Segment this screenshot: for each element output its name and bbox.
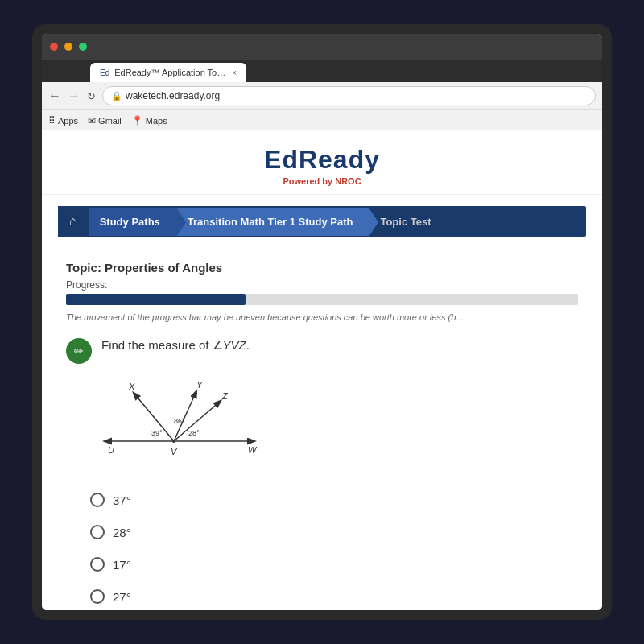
breadcrumb-study-paths[interactable]: Study Paths: [89, 208, 176, 236]
home-icon: ⌂: [69, 214, 77, 229]
browser-tab[interactable]: Ed EdReady™ Application Topic ×: [90, 63, 246, 82]
breadcrumb-transition-math[interactable]: Transition Math Tier 1 Study Path: [176, 208, 369, 236]
question-content: Find the measure of ∠YVZ.: [101, 338, 250, 352]
bookmark-maps-label: Maps: [146, 116, 167, 126]
svg-text:U: U: [108, 445, 114, 455]
answer-choice-3[interactable]: 17°: [90, 557, 578, 572]
question-text: Find the measure of ∠YVZ.: [101, 336, 250, 355]
question-icon: ✏: [66, 338, 92, 364]
reload-button[interactable]: ↻: [87, 90, 96, 102]
nroc-brand: NROC: [335, 176, 361, 186]
answer-choice-2[interactable]: 28°: [90, 525, 578, 539]
svg-text:Y: Y: [196, 380, 203, 390]
breadcrumb-topic-test-label: Topic Test: [380, 216, 431, 228]
breadcrumb-nav: ⌂ Study Paths Transition Math Tier 1 Stu…: [58, 206, 586, 237]
laptop-frame: Ed EdReady™ Application Topic × ← → ↻ 🔒 …: [32, 24, 612, 620]
svg-text:28°: 28°: [188, 429, 200, 437]
radio-1[interactable]: [90, 493, 105, 507]
forward-button[interactable]: →: [68, 89, 80, 103]
breadcrumb-topic-test[interactable]: Topic Test: [369, 208, 447, 236]
svg-text:W: W: [248, 445, 258, 455]
angle-diagram: X Y Z U V W 86° 39° 28°: [101, 377, 262, 481]
url-text: waketech.edready.org: [126, 90, 220, 101]
address-bar-row: ← → ↻ 🔒 waketech.edready.org: [42, 82, 602, 109]
apps-icon: ⠿: [48, 115, 56, 126]
topic-name: Properties of Angles: [105, 261, 222, 275]
topic-label: Topic:: [66, 261, 101, 275]
answer-label-3: 17°: [113, 558, 131, 572]
tab-favicon: Ed: [100, 68, 109, 77]
answer-label-4: 27°: [113, 590, 131, 604]
page-content: EdReady Powered by NROC ⌂ Study Paths Tr…: [42, 130, 602, 610]
main-content: Topic: Properties of Angles Progress: Th…: [42, 248, 602, 610]
address-bar[interactable]: 🔒 waketech.edready.org: [102, 86, 596, 105]
svg-text:86°: 86°: [174, 417, 185, 425]
https-lock-icon: 🔒: [111, 91, 122, 101]
bookmark-apps-label: Apps: [58, 116, 78, 126]
svg-text:39°: 39°: [151, 429, 163, 437]
powered-by-prefix: Powered by: [283, 176, 335, 186]
question-row: ✏ Find the measure of ∠YVZ.: [66, 336, 578, 364]
pencil-icon-symbol: ✏: [74, 345, 84, 357]
bookmark-apps[interactable]: ⠿ Apps: [48, 115, 78, 126]
progress-bar-container: [66, 294, 578, 305]
progress-bar-fill: [66, 294, 246, 305]
topic-title: Topic: Properties of Angles: [66, 261, 578, 275]
tab-close-icon[interactable]: ×: [232, 68, 237, 77]
svg-text:V: V: [171, 447, 178, 456]
svg-text:X: X: [128, 382, 135, 391]
breadcrumb-study-paths-label: Study Paths: [100, 216, 160, 228]
tab-label: EdReady™ Application Topic: [114, 68, 227, 77]
maps-icon: 📍: [131, 115, 143, 126]
radio-2[interactable]: [90, 525, 105, 539]
bookmark-gmail-label: Gmail: [98, 116, 122, 126]
edready-header: EdReady Powered by NROC: [42, 130, 602, 195]
answer-choices: 37° 28° 17° 27°: [90, 493, 578, 604]
answer-choice-4[interactable]: 27°: [90, 589, 578, 604]
home-button[interactable]: ⌂: [58, 206, 89, 237]
breadcrumb-transition-math-label: Transition Math Tier 1 Study Path: [188, 216, 353, 228]
tab-bar: Ed EdReady™ Application Topic ×: [42, 60, 602, 82]
answer-choice-1[interactable]: 37°: [90, 493, 578, 507]
max-dot: [79, 43, 87, 51]
min-dot: [64, 43, 72, 51]
svg-text:Z: Z: [221, 391, 229, 401]
diagram-container: X Y Z U V W 86° 39° 28°: [101, 377, 578, 485]
browser-top-bar: [42, 34, 602, 60]
edready-logo: EdReady: [42, 145, 602, 175]
progress-label: Progress:: [66, 279, 578, 291]
gmail-icon: ✉: [88, 115, 96, 126]
radio-4[interactable]: [90, 589, 105, 604]
browser-chrome: Ed EdReady™ Application Topic × ← → ↻ 🔒 …: [42, 34, 602, 130]
bookmarks-bar: ⠿ Apps ✉ Gmail 📍 Maps: [42, 109, 602, 130]
back-button[interactable]: ←: [48, 89, 61, 103]
browser-screen: Ed EdReady™ Application Topic × ← → ↻ 🔒 …: [42, 34, 602, 610]
progress-note: The movement of the progress bar may be …: [66, 312, 578, 324]
close-dot: [50, 43, 58, 51]
answer-label-1: 37°: [113, 493, 131, 507]
powered-by: Powered by NROC: [42, 176, 602, 186]
bookmark-maps[interactable]: 📍 Maps: [131, 115, 167, 126]
answer-label-2: 28°: [113, 526, 131, 539]
bookmark-gmail[interactable]: ✉ Gmail: [88, 115, 122, 126]
radio-3[interactable]: [90, 557, 105, 572]
